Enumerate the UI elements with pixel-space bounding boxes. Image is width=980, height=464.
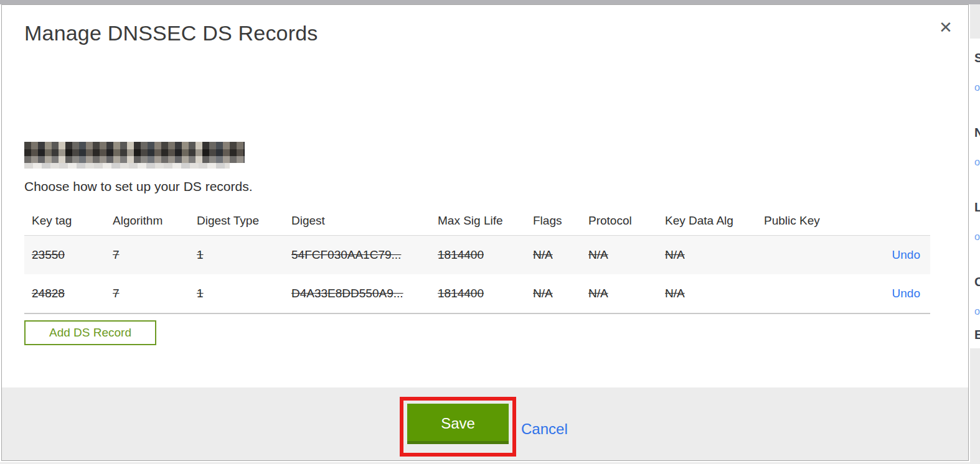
edge-letter: o (974, 306, 980, 317)
background-page-top-strip (0, 0, 980, 4)
cell-algorithm: 7 (105, 274, 189, 313)
cell-public-key (756, 236, 847, 275)
cell-public-key (756, 274, 847, 313)
cell-digest: 54FCF030AA1C79... (284, 236, 430, 275)
cell-digest-type: 1 (189, 236, 284, 275)
ds-records-table: Key tag Algorithm Digest Type Digest Max… (24, 206, 930, 314)
col-header-flags: Flags (525, 206, 581, 236)
cell-key-tag: 23550 (24, 236, 105, 275)
cell-digest: D4A33E8DD550A9... (284, 274, 430, 313)
cell-protocol: N/A (581, 274, 657, 313)
table-row: 23550 7 1 54FCF030AA1C79... 1814400 N/A … (24, 236, 930, 275)
cell-key-data-alg: N/A (657, 274, 756, 313)
save-button[interactable]: Save (407, 404, 509, 444)
cell-action: Undo (847, 274, 930, 313)
edge-letter: S (974, 51, 980, 65)
edge-gray-band (970, 4, 980, 39)
edge-letter: N (974, 126, 980, 140)
edge-letter: E (974, 328, 980, 342)
col-header-actions (847, 206, 930, 236)
edge-letter: o (974, 231, 980, 243)
col-header-key-tag: Key tag (24, 206, 105, 236)
cell-key-tag: 24828 (24, 274, 105, 313)
cell-max-sig-life: 1814400 (430, 274, 525, 313)
col-header-digest: Digest (284, 206, 430, 236)
save-button-highlight-box: Save (400, 397, 516, 457)
col-header-key-data-alg: Key Data Alg (657, 206, 756, 236)
dialog-title: Manage DNSSEC DS Records (24, 21, 318, 45)
manage-dnssec-ds-records-dialog: Manage DNSSEC DS Records ✕ Choose how to… (1, 4, 969, 461)
edge-letter: C (974, 275, 980, 289)
redacted-domain-name (24, 142, 245, 163)
table-header-row: Key tag Algorithm Digest Type Digest Max… (24, 206, 930, 236)
dialog-footer: Save Cancel (2, 387, 968, 460)
col-header-public-key: Public Key (756, 206, 847, 236)
cell-digest-type: 1 (189, 274, 284, 313)
redacted-domain-blur-edge (24, 163, 230, 169)
close-icon[interactable]: ✕ (935, 16, 957, 39)
cell-flags: N/A (525, 274, 581, 313)
add-ds-record-button[interactable]: Add DS Record (24, 320, 156, 345)
cell-flags: N/A (525, 236, 581, 275)
cell-protocol: N/A (581, 236, 657, 275)
col-header-protocol: Protocol (581, 206, 657, 236)
undo-link[interactable]: Undo (892, 248, 920, 261)
cell-max-sig-life: 1814400 (430, 236, 525, 275)
cell-key-data-alg: N/A (657, 236, 756, 275)
edge-letter: o (974, 82, 980, 93)
col-header-algorithm: Algorithm (105, 206, 189, 236)
cell-action: Undo (847, 236, 930, 275)
edge-gray-band (970, 348, 980, 464)
edge-letter: o (974, 157, 980, 168)
table-row: 24828 7 1 D4A33E8DD550A9... 1814400 N/A … (24, 274, 930, 313)
undo-link[interactable]: Undo (892, 287, 920, 300)
cell-algorithm: 7 (105, 236, 189, 275)
col-header-digest-type: Digest Type (189, 206, 284, 236)
col-header-max-sig-life: Max Sig Life (430, 206, 525, 236)
edge-letter: L (974, 200, 980, 215)
cancel-link[interactable]: Cancel (521, 420, 568, 438)
ds-records-instructions: Choose how to set up your DS records. (24, 179, 253, 194)
background-page-edge: S o N o L o C o E (970, 4, 980, 464)
